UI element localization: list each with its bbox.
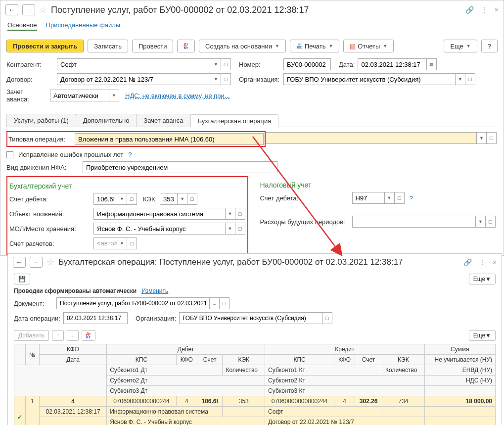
tab-advance[interactable]: Зачет аванса — [136, 114, 190, 127]
forward-button-2[interactable]: → — [30, 257, 43, 268]
edit-link[interactable]: Изменить — [141, 287, 168, 294]
fix-errors-checkbox[interactable] — [6, 151, 13, 158]
nfa-input — [83, 161, 277, 173]
post-close-button[interactable]: Провести и закрыть — [6, 40, 84, 52]
counterparty-input[interactable] — [57, 58, 211, 70]
date-input[interactable] — [358, 58, 427, 70]
back-button-2[interactable]: ← — [13, 257, 26, 268]
nu-debit-dd-icon[interactable]: ▼ — [385, 192, 395, 204]
posting-row[interactable]: ✓ 1 4 07060000000000244 4 106.6I 353 070… — [14, 396, 496, 407]
print-button[interactable]: 🖶Печать▼ — [290, 40, 340, 52]
nu-help-icon[interactable]: ? — [410, 194, 413, 202]
advance-input[interactable] — [50, 90, 109, 101]
contract-dd-icon[interactable]: ▼ — [211, 73, 221, 85]
org-open-icon[interactable]: ▢ — [465, 73, 475, 85]
org-input[interactable] — [283, 73, 456, 85]
object-input[interactable] — [93, 208, 226, 220]
post-button[interactable]: Провести — [132, 40, 174, 52]
org-label-2: Организация: — [136, 315, 176, 322]
doc-open-icon[interactable]: ▢ — [220, 297, 229, 309]
more-button[interactable]: Еще▼ — [444, 40, 477, 52]
col-acc-d: Счет — [197, 355, 223, 365]
help-button[interactable]: ? — [481, 40, 498, 52]
nu-debit-input[interactable] — [352, 192, 385, 204]
vat-link[interactable]: НДС: не включен в сумму, не при... — [125, 92, 230, 99]
link-icon-2[interactable]: 🔗 — [463, 258, 472, 266]
kek-dd-icon[interactable]: ▼ — [178, 193, 187, 205]
debit-open-icon[interactable]: ▢ — [127, 193, 137, 205]
menu-icon[interactable]: ⋮ — [481, 6, 488, 14]
future-open-icon[interactable]: ▢ — [486, 216, 496, 228]
counterparty-dd-icon[interactable]: ▼ — [211, 58, 221, 70]
move-up-button[interactable]: ↑ — [52, 330, 64, 341]
doc-label: Документ: — [14, 300, 53, 307]
doc-input[interactable] — [56, 297, 210, 309]
move-down-button[interactable]: ↓ — [67, 330, 79, 341]
col-date: Дата — [40, 355, 107, 365]
col-kfo-d: КФО — [176, 355, 197, 365]
mol-input[interactable] — [93, 223, 226, 235]
doc-ellipsis-icon[interactable]: ... — [210, 297, 220, 309]
opdate-input[interactable] — [63, 312, 128, 324]
typical-op-open-icon[interactable]: ▢ — [487, 132, 497, 144]
fix-errors-label: Исправление ошибок прошлых лет — [18, 151, 123, 158]
mol-open-icon[interactable]: ▢ — [235, 223, 245, 235]
future-dd-icon[interactable]: ▼ — [476, 216, 486, 228]
date-label: Дата: — [339, 61, 355, 68]
help-icon[interactable]: ? — [128, 151, 132, 158]
org-dd-icon[interactable]: ▼ — [456, 73, 465, 85]
postings-table[interactable]: № КФО Дебет Кредит Сумма Дата КПС КФО Сч… — [14, 344, 496, 425]
nu-debit-open-icon[interactable]: ▢ — [395, 192, 405, 204]
favorite-icon-2[interactable]: ☆ — [46, 257, 54, 268]
kek-input[interactable] — [160, 193, 178, 205]
object-dd-icon[interactable]: ▼ — [226, 208, 235, 220]
tab-accounting[interactable]: Бухгалтерская операция — [190, 114, 279, 127]
close-icon-2[interactable]: × — [493, 258, 497, 266]
more-button-3[interactable]: Еще ▼ — [469, 330, 496, 341]
create-based-button[interactable]: Создать на основании▼ — [199, 40, 286, 52]
col-kps-k: КПС — [265, 355, 334, 365]
close-icon[interactable]: × — [495, 6, 499, 14]
col-qty-d: Количество — [223, 365, 265, 376]
contract-input[interactable] — [57, 73, 211, 85]
settle-dd-icon[interactable]: ▼ — [117, 237, 127, 249]
nav-main[interactable]: Основное — [7, 21, 37, 31]
kek-open-icon[interactable]: ▢ — [187, 193, 197, 205]
settle-input[interactable]: <авто> — [93, 237, 117, 249]
debit-dd-icon[interactable]: ▼ — [117, 193, 127, 205]
reports-button[interactable]: ▤Отчеты▼ — [343, 40, 394, 52]
object-open-icon[interactable]: ▢ — [235, 208, 245, 220]
save-button[interactable]: Записать — [88, 40, 128, 52]
settle-open-icon[interactable]: ▢ — [127, 237, 137, 249]
contract-open-icon[interactable]: ▢ — [221, 73, 231, 85]
debit-account-input[interactable] — [93, 193, 117, 205]
tab-additional[interactable]: Дополнительно — [76, 114, 137, 127]
favorite-icon[interactable]: ☆ — [39, 4, 47, 15]
typical-op-dd-icon[interactable]: ▼ — [477, 132, 487, 144]
advance-dd-icon[interactable]: ▼ — [109, 90, 119, 101]
counterparty-open-icon[interactable]: ▢ — [221, 58, 231, 70]
col-credit: Кредит — [265, 344, 425, 355]
calendar-icon[interactable]: ▦ — [427, 58, 437, 70]
typical-op-input[interactable] — [75, 133, 264, 145]
org-open-icon-2[interactable]: ▢ — [322, 312, 332, 324]
more-button-2[interactable]: Еще ▼ — [469, 274, 496, 284]
back-button[interactable]: ← — [5, 4, 18, 15]
number-input[interactable] — [283, 58, 331, 70]
link-icon[interactable]: 🔗 — [465, 6, 474, 14]
dtkt-button-2[interactable]: ДтКт — [82, 330, 95, 341]
org-input-2[interactable] — [179, 312, 322, 324]
future-input[interactable] — [352, 216, 476, 228]
nav-attached[interactable]: Присоединенные файлы — [46, 21, 121, 31]
settle-label: Счет расчетов: — [9, 240, 91, 247]
save-button-2[interactable]: 💾 — [14, 274, 30, 284]
forward-button[interactable]: → — [22, 4, 35, 15]
dtkt-button[interactable]: ДтКт — [177, 40, 195, 52]
mol-dd-icon[interactable]: ▼ — [226, 223, 235, 235]
menu-icon-2[interactable]: ⋮ — [479, 258, 486, 266]
col-envd: ЕНВД (НУ) — [424, 365, 495, 376]
tab-services[interactable]: Услуги, работы (1) — [6, 114, 76, 127]
add-button[interactable]: Добавить — [14, 330, 49, 341]
col-sub3k: Субконто3 Кт — [265, 386, 425, 396]
doc-tabs: Услуги, работы (1) Дополнительно Зачет а… — [6, 114, 498, 127]
